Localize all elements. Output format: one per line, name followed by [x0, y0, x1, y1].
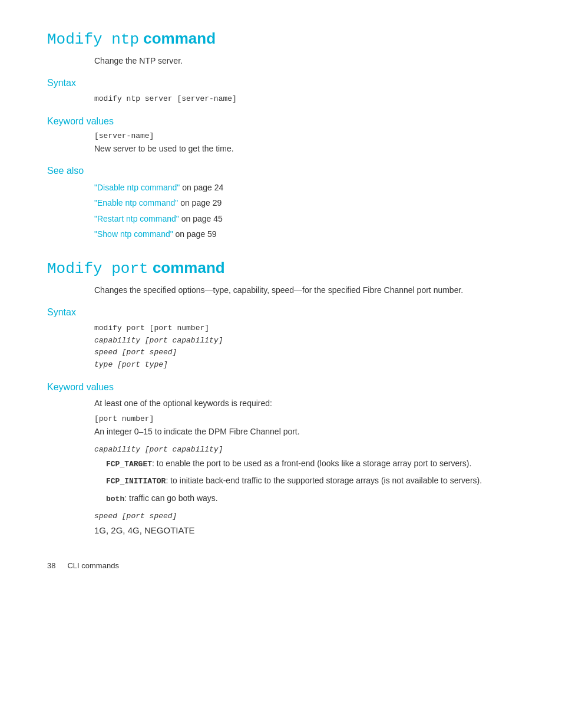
ntp-see-also-link-4[interactable]: "Show ntp command" on page 59	[94, 228, 515, 241]
port-syntax-line4: type [port type]	[94, 359, 515, 371]
page-footer: 38 CLI commands	[47, 561, 515, 570]
ntp-keyword-desc: New server to be used to get the time.	[94, 144, 234, 153]
title-mono-port: Modify port	[47, 260, 148, 278]
both-text: : traffic can go both ways.	[124, 493, 218, 503]
ntp-page-ref-2: on page 29	[178, 198, 222, 207]
title-bold-ntp: command	[143, 29, 216, 47]
ntp-page-ref-4: on page 59	[173, 229, 217, 239]
ntp-page-ref-1: on page 24	[180, 183, 223, 192]
subsection-keywords-ntp: Keyword values	[47, 116, 515, 127]
title-mono-ntp: Modify ntp	[47, 31, 139, 48]
ntp-link-text-3: "Restart ntp command"	[94, 214, 179, 223]
section-title-modify-ntp: Modify ntp command	[47, 29, 515, 49]
ntp-see-also-link-3[interactable]: "Restart ntp command" on page 45	[94, 212, 515, 225]
footer-page-number: 38	[47, 561, 55, 570]
fcp-initiator-code: FCP_INITIATOR	[106, 477, 166, 486]
ntp-see-also-list: "Disable ntp command" on page 24 "Enable…	[94, 181, 515, 241]
ntp-page-ref-3: on page 45	[179, 214, 223, 223]
ntp-link-text-2: "Enable ntp command"	[94, 198, 178, 207]
port-kw-sub-fcp-target: FCP_TARGET: to enable the port to be use…	[106, 457, 515, 470]
port-kw-desc-3: 1G, 2G, 4G, NEGOTIATE	[94, 525, 195, 535]
ntp-keyword-item: [server-name] New server to be used to g…	[94, 131, 515, 155]
subsection-keywords-port: Keyword values	[47, 382, 515, 393]
page-container: Modify ntp command Change the NTP server…	[0, 0, 562, 605]
subsection-syntax-port: Syntax	[47, 307, 515, 318]
ntp-link-text-1: "Disable ntp command"	[94, 183, 180, 192]
ntp-see-also-link-2[interactable]: "Enable ntp command" on page 29	[94, 196, 515, 209]
section-title-modify-port: Modify port command	[47, 259, 515, 278]
port-kw-code-3: speed [port speed]	[94, 512, 515, 521]
port-kw-code-1: [port number]	[94, 414, 515, 423]
fcp-initiator-text: : to initiate back-end traffic to the su…	[166, 476, 482, 485]
port-kw-sub-both: both: traffic can go both ways.	[106, 492, 515, 505]
port-description: Changes the specified options—type, capa…	[94, 284, 515, 297]
port-syntax-line2: capability [port capability]	[94, 335, 515, 347]
port-kw-item-1: [port number] An integer 0–15 to indicat…	[94, 414, 515, 438]
section-modify-ntp: Modify ntp command Change the NTP server…	[47, 29, 515, 241]
ntp-keyword-code: [server-name]	[94, 131, 515, 140]
port-kw-code-2: capability [port capability]	[94, 445, 515, 454]
port-syntax-code: modify port [port number] capability [po…	[94, 322, 515, 371]
title-bold-port: command	[153, 259, 225, 276]
port-syntax-line1: modify port [port number]	[94, 322, 515, 335]
both-code: both	[106, 495, 124, 503]
ntp-syntax-line1: modify ntp server [server-name]	[94, 94, 237, 103]
fcp-target-text: : to enable the port to be used as a fro…	[152, 459, 471, 468]
ntp-description: Change the NTP server.	[94, 55, 515, 67]
section-modify-port: Modify port command Changes the specifie…	[47, 259, 515, 538]
footer-section-name: CLI commands	[67, 561, 118, 570]
subsection-syntax-ntp: Syntax	[47, 78, 515, 88]
ntp-link-text-4: "Show ntp command"	[94, 229, 173, 239]
fcp-target-code: FCP_TARGET	[106, 460, 152, 469]
subsection-see-also-ntp: See also	[47, 166, 515, 176]
port-kw-item-3: speed [port speed] 1G, 2G, 4G, NEGOTIATE	[94, 512, 515, 538]
port-keywords-intro: At least one of the optional keywords is…	[94, 397, 515, 410]
ntp-see-also-link-1[interactable]: "Disable ntp command" on page 24	[94, 181, 515, 194]
ntp-syntax-code: modify ntp server [server-name]	[94, 93, 515, 106]
port-kw-desc-1: An integer 0–15 to indicate the DPM Fibr…	[94, 427, 300, 436]
port-kw-sub-fcp-initiator: FCP_INITIATOR: to initiate back-end traf…	[106, 475, 515, 487]
port-kw-item-2: capability [port capability] FCP_TARGET:…	[94, 445, 515, 505]
port-syntax-line3: speed [port speed]	[94, 347, 515, 359]
